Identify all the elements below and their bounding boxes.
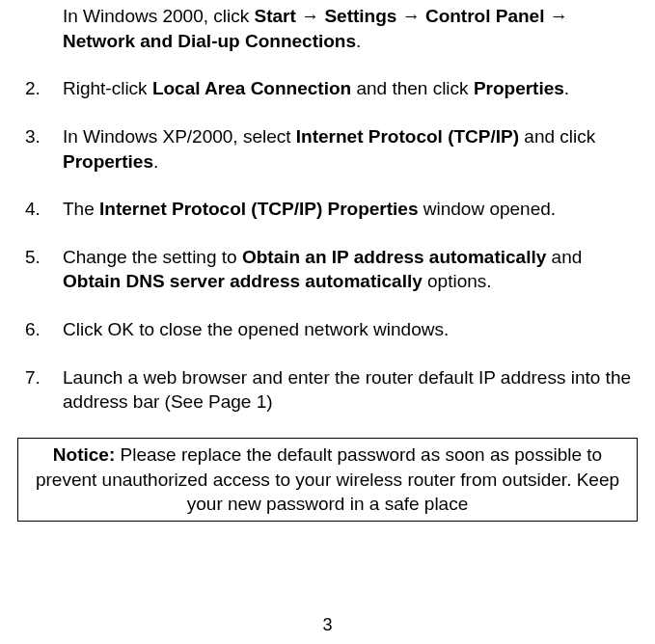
- text: Right-click: [63, 78, 152, 98]
- step-2: 2. Right-click Local Area Connection and…: [17, 76, 638, 101]
- bold-text: Properties: [474, 78, 564, 98]
- list-body: In Windows XP/2000, select Internet Prot…: [63, 124, 638, 174]
- list-body: Change the setting to Obtain an IP addre…: [63, 245, 638, 294]
- text: Change the setting to: [63, 247, 242, 267]
- bold-text: Properties: [63, 151, 153, 172]
- list-body: Right-click Local Area Connection and th…: [63, 76, 638, 101]
- arrow-icon: →: [550, 6, 568, 26]
- list-body: The Internet Protocol (TCP/IP) Propertie…: [63, 197, 638, 222]
- text: and click: [519, 126, 595, 147]
- bold-text: Internet Protocol (TCP/IP) Properties: [99, 199, 418, 219]
- step-5: 5. Change the setting to Obtain an IP ad…: [17, 245, 638, 294]
- list-number: 4.: [17, 197, 63, 222]
- step-7: 7. Launch a web browser and enter the ro…: [17, 365, 638, 415]
- arrow-icon: →: [402, 6, 421, 26]
- text: In Windows 2000, click: [63, 6, 255, 26]
- list-number: 7.: [17, 365, 63, 415]
- list-number: 5.: [17, 245, 63, 294]
- bold-text: Start: [255, 6, 302, 26]
- bold-text: Obtain DNS server address automatically: [63, 271, 423, 291]
- list-body: Launch a web browser and enter the route…: [63, 365, 638, 415]
- bold-text: Settings: [319, 6, 402, 26]
- text: In Windows XP/2000, select: [63, 126, 296, 147]
- list-body: Click OK to close the opened network win…: [63, 317, 638, 342]
- page-number: 3: [0, 613, 655, 636]
- text: and: [546, 247, 582, 267]
- list-number: 6.: [17, 317, 63, 342]
- notice-label: Notice:: [53, 444, 115, 465]
- text: Launch a web browser and enter the route…: [63, 367, 631, 413]
- document-page: In Windows 2000, click Start → Settings …: [0, 0, 655, 644]
- text: .: [564, 78, 569, 98]
- text: The: [63, 199, 99, 219]
- bold-text: Control Panel: [421, 6, 550, 26]
- text: window opened.: [418, 199, 556, 219]
- text: .: [153, 151, 158, 172]
- text: options.: [423, 271, 492, 291]
- bold-text: Obtain an IP address automatically: [242, 247, 546, 267]
- bold-text: Local Area Connection: [152, 78, 351, 98]
- text: and then click: [351, 78, 474, 98]
- list-number: 3.: [17, 124, 63, 174]
- text: Click OK to close the opened network win…: [63, 319, 449, 339]
- step-4: 4. The Internet Protocol (TCP/IP) Proper…: [17, 197, 638, 222]
- arrow-icon: →: [301, 6, 319, 26]
- notice-text: Please replace the default password as s…: [36, 444, 619, 514]
- notice-box: Notice: Please replace the default passw…: [17, 438, 638, 522]
- bold-text: Internet Protocol (TCP/IP): [296, 126, 519, 147]
- step-6: 6. Click OK to close the opened network …: [17, 317, 638, 342]
- step-3: 3. In Windows XP/2000, select Internet P…: [17, 124, 638, 174]
- text: .: [356, 31, 361, 51]
- bold-text: Network and Dial-up Connections: [63, 31, 356, 51]
- list-number: 2.: [17, 76, 63, 101]
- step-1-continued: In Windows 2000, click Start → Settings …: [63, 4, 638, 53]
